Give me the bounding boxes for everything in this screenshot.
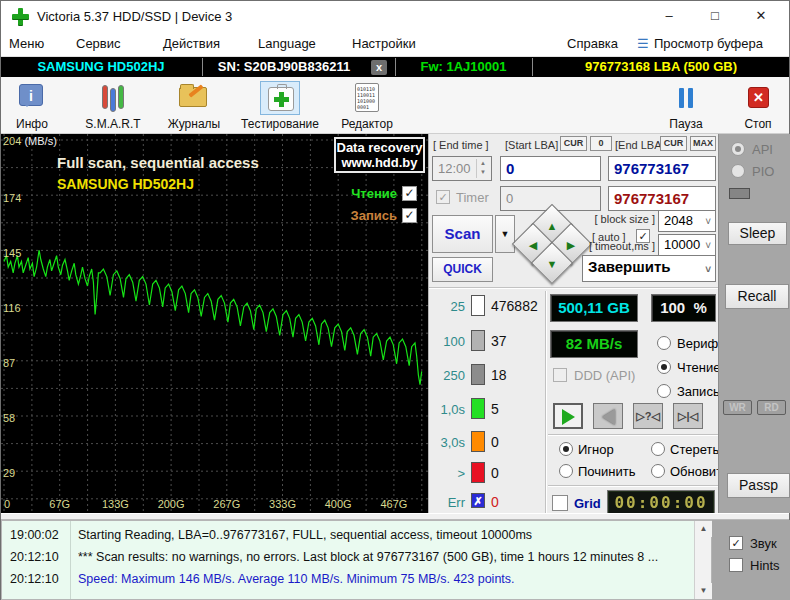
recall-button[interactable]: Recall bbox=[725, 284, 789, 309]
y-tick-label: 116 bbox=[3, 302, 21, 314]
pio-radio[interactable] bbox=[731, 164, 745, 178]
play-forward-button[interactable] bbox=[553, 403, 583, 429]
repair-radio[interactable] bbox=[559, 464, 573, 478]
start-lba-input[interactable]: 0 bbox=[500, 156, 601, 181]
seek-end-button[interactable]: ▷|◁ bbox=[673, 403, 703, 429]
stop-button[interactable]: ✕ Стоп bbox=[733, 81, 783, 131]
ignore-label: Игнор bbox=[578, 442, 614, 457]
refresh-radio[interactable] bbox=[651, 464, 665, 478]
menu-language[interactable]: Language bbox=[258, 36, 316, 51]
grid-label: Grid bbox=[574, 496, 601, 511]
erase-radio[interactable] bbox=[651, 442, 665, 456]
scroll-down-icon[interactable]: ▼ bbox=[695, 583, 712, 599]
stop-icon: ✕ bbox=[738, 81, 778, 115]
end-lba-input2[interactable]: 976773167 bbox=[608, 186, 716, 211]
rd-button[interactable]: RD bbox=[757, 400, 786, 415]
scan-button[interactable]: Scan bbox=[432, 215, 493, 253]
ddd-checkbox[interactable] bbox=[553, 368, 567, 382]
stat-color-box bbox=[471, 431, 485, 452]
end-time-spinner[interactable]: 12:00▲▼ bbox=[432, 156, 492, 181]
testing-button[interactable]: Тестирование bbox=[233, 81, 327, 131]
passp-button[interactable]: Passp bbox=[727, 473, 790, 498]
stat-label: 3,0s bbox=[431, 435, 465, 450]
editor-button[interactable]: 010110 110011 101000 0001 Редактор bbox=[335, 81, 399, 131]
seek-question-button[interactable]: ▷?◁ bbox=[633, 403, 663, 429]
smart-button[interactable]: S.M.A.R.T bbox=[77, 81, 149, 131]
stat-color-box bbox=[471, 398, 485, 419]
device-tab-close-icon[interactable]: x bbox=[371, 60, 387, 75]
start-lba-zero-button[interactable]: 0 bbox=[590, 136, 612, 151]
grid-checkbox[interactable] bbox=[552, 495, 568, 511]
write-radio[interactable] bbox=[657, 384, 671, 398]
x-tick-label: 0 bbox=[4, 498, 10, 510]
graph-model-label: SAMSUNG HD502HJ bbox=[57, 176, 194, 192]
stat-count: 18 bbox=[491, 367, 507, 383]
device-model[interactable]: SAMSUNG HD502HJ bbox=[1, 57, 201, 77]
y-tick-label: 174 bbox=[3, 192, 21, 204]
timer-checkbox[interactable]: ✓ bbox=[436, 190, 450, 204]
end-lba-max-button[interactable]: MAX bbox=[690, 136, 716, 151]
menu-help[interactable]: Справка bbox=[567, 36, 618, 51]
device-capacity: 976773168 LBA (500 GB) bbox=[533, 57, 789, 77]
block-size-select[interactable]: 2048˅ bbox=[658, 210, 716, 232]
y-tick-label: 87 bbox=[3, 357, 15, 369]
folder-pencil-icon bbox=[174, 81, 214, 115]
play-back-button[interactable] bbox=[593, 403, 623, 429]
test-controls-panel: [ End time ] [Start LBA] CUR 0 [End LBA]… bbox=[428, 134, 718, 513]
maximize-button[interactable]: □ bbox=[692, 1, 738, 31]
graph-read-checkbox[interactable]: ✓ bbox=[402, 186, 417, 201]
end-lba-cur-button[interactable]: CUR bbox=[660, 136, 687, 151]
stat-count: 37 bbox=[491, 333, 507, 349]
divider[interactable] bbox=[1, 513, 789, 520]
graph-title: Full scan, sequential access bbox=[57, 154, 259, 171]
buffer-list-icon: ☰ bbox=[637, 36, 649, 51]
x-tick-label: 333G bbox=[269, 498, 296, 510]
y-tick-label: 58 bbox=[3, 412, 15, 424]
menu-menu[interactable]: Меню bbox=[9, 36, 44, 51]
bottom-right-panel: ✓ Звук Hints bbox=[712, 520, 790, 600]
graph-write-checkbox[interactable]: ✓ bbox=[402, 208, 417, 223]
api-radio[interactable] bbox=[731, 142, 745, 156]
start-lba-label: [Start LBA] bbox=[505, 139, 558, 151]
sleep-button[interactable]: Sleep bbox=[728, 222, 787, 245]
minimize-button[interactable]: – bbox=[646, 1, 692, 31]
journals-button[interactable]: Журналы bbox=[159, 81, 229, 131]
wr-button[interactable]: WR bbox=[723, 400, 752, 415]
x-tick-label: 67G bbox=[49, 498, 70, 510]
hints-label: Hints bbox=[750, 558, 780, 573]
close-button[interactable]: ✕ bbox=[738, 1, 784, 31]
hints-checkbox[interactable] bbox=[729, 558, 743, 572]
end-time-label: [ End time ] bbox=[433, 139, 489, 151]
graph-write-label: Запись bbox=[351, 208, 397, 223]
scroll-up-icon[interactable]: ▲ bbox=[695, 521, 712, 537]
menu-buffer-view[interactable]: Просмотр буфера bbox=[654, 36, 763, 51]
x-tick-label: 267G bbox=[213, 498, 240, 510]
info-button[interactable]: i Инфо bbox=[7, 81, 57, 131]
read-radio[interactable] bbox=[657, 360, 671, 374]
scan-dropdown-button[interactable]: ▼ bbox=[495, 215, 515, 253]
stat-label: > bbox=[431, 466, 465, 481]
quick-button[interactable]: QUICK bbox=[432, 257, 493, 282]
menu-bar: Меню Сервис Действия Language Настройки … bbox=[1, 31, 789, 57]
stat-label: 25 bbox=[431, 299, 465, 314]
menu-actions[interactable]: Действия bbox=[163, 36, 220, 51]
window-title: Victoria 5.37 HDD/SSD | Device 3 bbox=[37, 9, 232, 24]
timeout-select[interactable]: 10000˅ bbox=[658, 234, 716, 256]
verify-radio[interactable] bbox=[657, 336, 671, 350]
start-lba-cur-button[interactable]: CUR bbox=[560, 136, 587, 151]
menu-service[interactable]: Сервис bbox=[76, 36, 121, 51]
finish-action-select[interactable]: Завершить˅ bbox=[582, 255, 716, 282]
device-serial: SN: S20BJ90B836211 bbox=[203, 57, 365, 77]
divider bbox=[70, 521, 71, 599]
sound-checkbox[interactable]: ✓ bbox=[729, 536, 743, 550]
divider bbox=[429, 287, 719, 289]
pio-label: PIO bbox=[752, 164, 774, 179]
progress-lcd: 100 % bbox=[651, 294, 716, 322]
log-scrollbar[interactable]: ▲ ▼ bbox=[694, 521, 711, 599]
end-lba-input[interactable]: 976773167 bbox=[608, 156, 716, 181]
stat-color-box bbox=[471, 364, 485, 385]
ignore-radio[interactable] bbox=[559, 442, 573, 456]
device-firmware: Fw: 1AJ10001 bbox=[396, 57, 531, 77]
pause-button[interactable]: Пауза bbox=[661, 81, 711, 131]
menu-settings[interactable]: Настройки bbox=[352, 36, 416, 51]
